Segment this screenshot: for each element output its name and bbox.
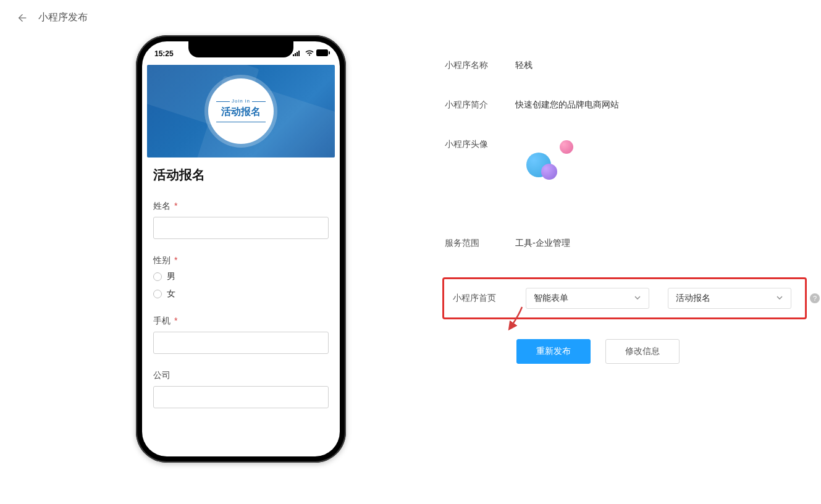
homepage-select-module[interactable]: 智能表单 xyxy=(526,288,649,309)
info-name-label: 小程序名称 xyxy=(445,60,515,71)
info-scope-value: 工具-企业管理 xyxy=(515,238,570,249)
preview-field-phone-label: 手机 xyxy=(153,316,171,326)
preview-banner: Join in 活动报名 xyxy=(147,65,335,158)
phone-preview-frame: 15:25 xyxy=(136,35,346,463)
info-avatar-label: 小程序头像 xyxy=(445,139,515,150)
status-time: 15:25 xyxy=(154,49,174,58)
info-desc-label: 小程序简介 xyxy=(445,99,515,111)
svg-rect-2 xyxy=(295,53,296,56)
banner-title: 活动报名 xyxy=(221,106,261,119)
help-icon[interactable]: ? xyxy=(810,293,820,303)
svg-rect-7 xyxy=(329,51,330,54)
banner-subtitle: Join in xyxy=(230,98,252,104)
signal-icon xyxy=(293,49,303,58)
phone-notch xyxy=(188,41,293,57)
svg-rect-4 xyxy=(298,51,300,56)
preview-name-input[interactable] xyxy=(153,217,329,239)
page-header: 小程序发布 xyxy=(0,0,821,35)
homepage-select-module-value: 智能表单 xyxy=(534,293,568,304)
page-title: 小程序发布 xyxy=(38,11,88,24)
edit-info-button[interactable]: 修改信息 xyxy=(605,339,680,364)
back-arrow-icon[interactable] xyxy=(15,12,27,24)
info-desc-value: 快速创建您的品牌电商网站 xyxy=(515,99,619,111)
info-scope-label: 服务范围 xyxy=(445,238,515,249)
chevron-down-icon xyxy=(776,293,783,303)
svg-rect-6 xyxy=(316,49,328,56)
preview-form-heading: 活动报名 xyxy=(153,166,329,183)
info-homepage-label: 小程序首页 xyxy=(453,293,526,304)
homepage-row-highlight: 小程序首页 智能表单 活动报名 ? xyxy=(442,277,807,319)
wifi-icon xyxy=(305,49,314,58)
preview-field-name-label: 姓名 xyxy=(153,201,171,211)
svg-point-5 xyxy=(309,54,310,56)
svg-rect-3 xyxy=(297,52,298,56)
chevron-down-icon xyxy=(634,293,641,303)
preview-company-input[interactable] xyxy=(153,386,329,408)
app-avatar xyxy=(515,139,577,201)
info-name-value: 轻栈 xyxy=(515,60,533,71)
homepage-select-page-value: 活动报名 xyxy=(676,293,710,304)
preview-gender-female[interactable]: 女 xyxy=(153,288,329,300)
svg-rect-1 xyxy=(293,54,294,56)
preview-field-company-label: 公司 xyxy=(153,370,171,380)
battery-icon xyxy=(316,49,330,58)
republish-button[interactable]: 重新发布 xyxy=(516,339,591,364)
preview-phone-input[interactable] xyxy=(153,332,329,354)
preview-gender-male[interactable]: 男 xyxy=(153,271,329,282)
preview-field-gender-label: 性别 xyxy=(153,255,171,265)
homepage-select-page[interactable]: 活动报名 xyxy=(668,288,791,309)
